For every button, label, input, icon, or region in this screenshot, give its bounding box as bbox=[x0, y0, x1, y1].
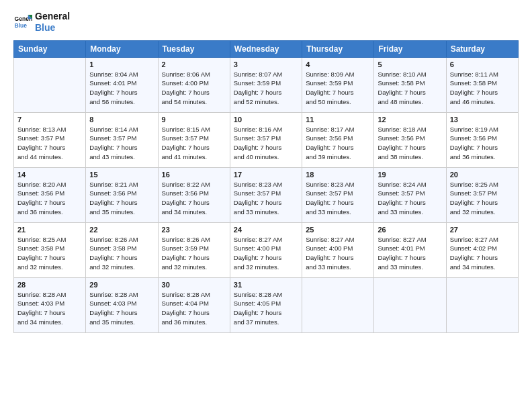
calendar-cell: 10Sunrise: 8:16 AMSunset: 3:57 PMDayligh… bbox=[230, 112, 302, 167]
cell-content: Sunrise: 8:25 AMSunset: 3:57 PMDaylight:… bbox=[450, 180, 515, 217]
calendar-week-2: 7Sunrise: 8:13 AMSunset: 3:57 PMDaylight… bbox=[14, 112, 519, 167]
cell-line: Sunrise: 8:28 AM bbox=[162, 290, 226, 300]
cell-line: Sunset: 4:04 PM bbox=[162, 299, 226, 308]
day-number: 22 bbox=[89, 226, 154, 234]
cell-line: Sunset: 3:58 PM bbox=[378, 79, 442, 88]
cell-line: Daylight: 7 hours bbox=[89, 253, 154, 263]
day-number: 14 bbox=[17, 171, 82, 179]
cell-line: and 34 minutes. bbox=[162, 208, 226, 217]
cell-line: Sunrise: 8:27 AM bbox=[378, 235, 442, 244]
calendar-cell: 12Sunrise: 8:18 AMSunset: 3:56 PMDayligh… bbox=[374, 112, 446, 167]
cell-content: Sunrise: 8:28 AMSunset: 4:05 PMDaylight:… bbox=[234, 290, 298, 327]
cell-line: and 33 minutes. bbox=[306, 263, 370, 272]
cell-content: Sunrise: 8:16 AMSunset: 3:57 PMDaylight:… bbox=[234, 125, 298, 162]
cell-line: Sunset: 3:57 PM bbox=[17, 134, 82, 143]
cell-line: Sunrise: 8:27 AM bbox=[234, 235, 298, 244]
cell-line: Daylight: 7 hours bbox=[450, 88, 515, 97]
day-number: 15 bbox=[89, 171, 154, 179]
cell-line: Sunset: 3:57 PM bbox=[89, 134, 154, 143]
weekday-header-tuesday: Tuesday bbox=[158, 40, 230, 57]
cell-line: and 32 minutes. bbox=[234, 263, 298, 272]
weekday-header-thursday: Thursday bbox=[302, 40, 374, 57]
calendar-cell: 27Sunrise: 8:27 AMSunset: 4:02 PMDayligh… bbox=[446, 222, 518, 277]
calendar-cell: 7Sunrise: 8:13 AMSunset: 3:57 PMDaylight… bbox=[14, 112, 86, 167]
cell-line: Sunset: 3:57 PM bbox=[162, 134, 226, 143]
cell-line: Daylight: 7 hours bbox=[234, 143, 298, 152]
calendar-cell: 4Sunrise: 8:09 AMSunset: 3:59 PMDaylight… bbox=[302, 57, 374, 112]
cell-line: and 52 minutes. bbox=[234, 97, 298, 107]
calendar-cell: 17Sunrise: 8:23 AMSunset: 3:57 PMDayligh… bbox=[230, 167, 302, 222]
cell-line: Sunrise: 8:26 AM bbox=[162, 235, 226, 244]
cell-line: Daylight: 7 hours bbox=[89, 198, 154, 208]
cell-line: and 50 minutes. bbox=[306, 97, 370, 107]
cell-line: Sunrise: 8:09 AM bbox=[306, 70, 370, 79]
day-number: 11 bbox=[306, 116, 370, 124]
day-number: 2 bbox=[162, 60, 226, 68]
day-number: 13 bbox=[450, 116, 515, 124]
cell-line: Daylight: 7 hours bbox=[234, 88, 298, 97]
day-number: 3 bbox=[234, 60, 298, 68]
cell-line: Sunrise: 8:16 AM bbox=[234, 125, 298, 134]
cell-content: Sunrise: 8:14 AMSunset: 3:57 PMDaylight:… bbox=[89, 125, 154, 162]
calendar-cell: 14Sunrise: 8:20 AMSunset: 3:56 PMDayligh… bbox=[14, 167, 86, 222]
cell-line: Sunrise: 8:11 AM bbox=[450, 70, 515, 79]
cell-line: and 48 minutes. bbox=[378, 97, 442, 107]
calendar-cell: 30Sunrise: 8:28 AMSunset: 4:04 PMDayligh… bbox=[158, 277, 230, 332]
cell-line: Sunrise: 8:10 AM bbox=[378, 70, 442, 79]
cell-line: Sunrise: 8:26 AM bbox=[89, 235, 154, 244]
day-number: 10 bbox=[234, 116, 298, 124]
cell-line: and 39 minutes. bbox=[306, 152, 370, 162]
cell-line: Daylight: 7 hours bbox=[306, 198, 370, 208]
day-number: 24 bbox=[234, 226, 298, 234]
cell-line: and 32 minutes. bbox=[17, 263, 82, 272]
day-number: 6 bbox=[450, 60, 515, 68]
cell-line: and 46 minutes. bbox=[450, 97, 515, 107]
svg-text:Blue: Blue bbox=[15, 22, 28, 29]
calendar-week-4: 21Sunrise: 8:25 AMSunset: 3:58 PMDayligh… bbox=[14, 222, 519, 277]
calendar-cell: 15Sunrise: 8:21 AMSunset: 3:56 PMDayligh… bbox=[86, 167, 158, 222]
cell-line: Sunset: 3:57 PM bbox=[450, 189, 515, 198]
cell-line: Sunset: 3:56 PM bbox=[378, 134, 442, 143]
cell-line: Daylight: 7 hours bbox=[234, 253, 298, 263]
calendar-cell: 18Sunrise: 8:23 AMSunset: 3:57 PMDayligh… bbox=[302, 167, 374, 222]
calendar-cell bbox=[446, 277, 518, 332]
cell-line: Sunset: 4:03 PM bbox=[17, 299, 82, 308]
cell-line: Sunrise: 8:18 AM bbox=[378, 125, 442, 134]
cell-content: Sunrise: 8:17 AMSunset: 3:56 PMDaylight:… bbox=[306, 125, 370, 162]
calendar-cell: 2Sunrise: 8:06 AMSunset: 4:00 PMDaylight… bbox=[158, 57, 230, 112]
cell-content: Sunrise: 8:28 AMSunset: 4:03 PMDaylight:… bbox=[17, 290, 82, 327]
day-number: 23 bbox=[162, 226, 226, 234]
day-number: 25 bbox=[306, 226, 370, 234]
cell-line: Sunrise: 8:06 AM bbox=[162, 70, 226, 79]
cell-content: Sunrise: 8:26 AMSunset: 3:59 PMDaylight:… bbox=[162, 235, 226, 272]
cell-content: Sunrise: 8:27 AMSunset: 4:02 PMDaylight:… bbox=[450, 235, 515, 272]
day-number: 1 bbox=[89, 60, 154, 68]
cell-content: Sunrise: 8:11 AMSunset: 3:58 PMDaylight:… bbox=[450, 70, 515, 107]
cell-line: and 40 minutes. bbox=[234, 152, 298, 162]
cell-line: and 32 minutes. bbox=[89, 263, 154, 272]
cell-content: Sunrise: 8:19 AMSunset: 3:56 PMDaylight:… bbox=[450, 125, 515, 162]
cell-line: Sunset: 3:56 PM bbox=[450, 134, 515, 143]
cell-line: Sunset: 3:57 PM bbox=[378, 189, 442, 198]
cell-line: Sunset: 3:58 PM bbox=[17, 244, 82, 253]
cell-line: Sunset: 4:01 PM bbox=[89, 79, 154, 88]
cell-content: Sunrise: 8:28 AMSunset: 4:03 PMDaylight:… bbox=[89, 290, 154, 327]
cell-line: Daylight: 7 hours bbox=[17, 308, 82, 318]
weekday-header-saturday: Saturday bbox=[446, 40, 518, 57]
cell-line: and 33 minutes. bbox=[234, 208, 298, 217]
cell-line: Sunset: 4:01 PM bbox=[378, 244, 442, 253]
cell-line: Sunrise: 8:23 AM bbox=[306, 180, 370, 189]
cell-line: and 36 minutes. bbox=[162, 318, 226, 327]
cell-line: Daylight: 7 hours bbox=[162, 88, 226, 97]
cell-line: Sunset: 3:59 PM bbox=[306, 79, 370, 88]
cell-line: Daylight: 7 hours bbox=[89, 143, 154, 152]
calendar-cell bbox=[302, 277, 374, 332]
cell-line: Daylight: 7 hours bbox=[306, 143, 370, 152]
cell-line: Sunrise: 8:22 AM bbox=[162, 180, 226, 189]
cell-content: Sunrise: 8:04 AMSunset: 4:01 PMDaylight:… bbox=[89, 70, 154, 107]
cell-line: Daylight: 7 hours bbox=[378, 253, 442, 263]
cell-line: Daylight: 7 hours bbox=[17, 143, 82, 152]
calendar-week-3: 14Sunrise: 8:20 AMSunset: 3:56 PMDayligh… bbox=[14, 167, 519, 222]
calendar-cell: 11Sunrise: 8:17 AMSunset: 3:56 PMDayligh… bbox=[302, 112, 374, 167]
cell-content: Sunrise: 8:10 AMSunset: 3:58 PMDaylight:… bbox=[378, 70, 442, 107]
